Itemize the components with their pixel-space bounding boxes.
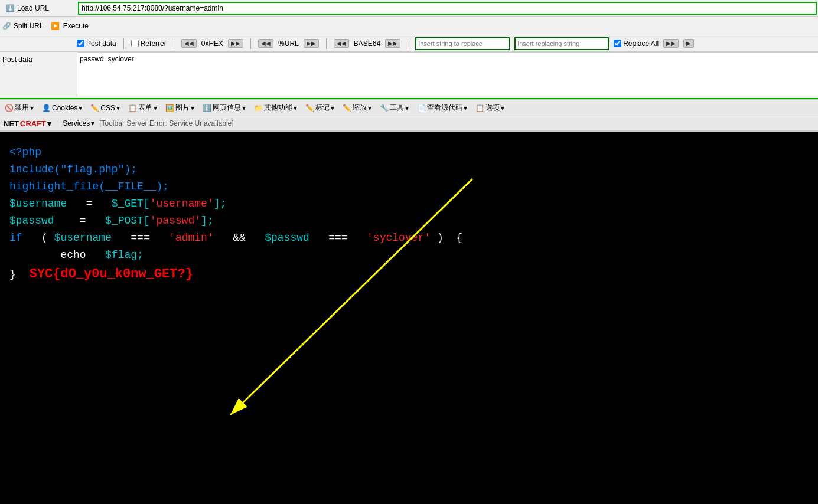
post-data-row: Post data passwd=syclover	[0, 52, 818, 99]
post-data-label-text: Post data	[0, 52, 77, 67]
code-line-1: <?php	[9, 145, 809, 161]
source-label: 查看源代码	[427, 103, 462, 113]
form-icon: 📋	[128, 104, 137, 112]
code-if: if	[9, 232, 22, 244]
divider-5	[408, 38, 408, 49]
source-arrow: ▾	[464, 104, 467, 112]
cn-options-btn[interactable]: 📋 选项 ▾	[473, 102, 507, 114]
replace-all-label: Replace All	[623, 40, 659, 48]
referrer-checkbox[interactable]	[131, 40, 139, 47]
execute-icon: ▶️	[51, 22, 60, 30]
ban-icon: 🚫	[5, 104, 14, 112]
code-span-var2: $passwd	[9, 215, 54, 227]
cn-ban-btn[interactable]: 🚫 禁用 ▾	[2, 102, 36, 114]
post-data-option[interactable]: Post data	[77, 40, 116, 48]
tools-label: 工具	[390, 103, 404, 113]
url-encode-left-arrow[interactable]: ◀◀	[258, 39, 273, 48]
hex-right-arrow[interactable]: ▶▶	[228, 39, 243, 48]
cn-form-btn[interactable]: 📋 表单 ▾	[126, 102, 159, 114]
referrer-option[interactable]: Referrer	[131, 40, 167, 48]
code-span-key2: 'passwd'	[150, 215, 201, 227]
code-line-7: echo $flag;	[9, 247, 809, 263]
toolbar-error: [Toolbar Server Error: Service Unavailab…	[99, 119, 233, 127]
cn-css-btn[interactable]: ✏️ CSS ▾	[88, 103, 122, 113]
services-button[interactable]: Services ▾	[63, 119, 94, 127]
info-arrow: ▾	[242, 104, 246, 112]
cookies-label: Cookies	[52, 104, 77, 112]
code-syclover: 'syclover'	[367, 232, 431, 244]
url-row: ⬇️ Load URL	[0, 0, 818, 17]
replace-all-option[interactable]: Replace All	[614, 40, 659, 48]
load-url-label: Load URL	[17, 4, 49, 12]
netcraft-craft: CRAFT	[20, 119, 46, 128]
image-arrow: ▾	[191, 104, 194, 112]
url-input-container	[77, 2, 818, 15]
replace-string-input[interactable]	[415, 37, 510, 50]
hex-left-arrow[interactable]: ◀◀	[181, 39, 197, 48]
code-line-3: highlight_file(__FILE__);	[9, 179, 809, 195]
options-label: 选项	[485, 103, 500, 113]
code-close-brace: }	[9, 269, 16, 280]
post-data-option-label: Post data	[86, 40, 116, 48]
code-line-6: if ( $username === 'admin' && $passwd ==…	[9, 230, 809, 246]
post-data-checkbox[interactable]	[77, 40, 84, 47]
cn-image-btn[interactable]: 🖼️ 图片 ▾	[163, 102, 197, 114]
load-url-button[interactable]: ⬇️ Load URL	[2, 3, 53, 14]
base64-left-arrow[interactable]: ◀◀	[334, 39, 349, 48]
info-label: 网页信息	[213, 103, 241, 113]
code-line-5: $passwd = $_POST['passwd'];	[9, 213, 809, 229]
replace-far-right-arrow[interactable]: ▶	[683, 39, 694, 48]
code-span-key1: 'username'	[150, 198, 214, 210]
cn-info-btn[interactable]: ℹ️ 网页信息 ▾	[200, 102, 248, 114]
netcraft-logo: NETCRAFT ▾	[4, 119, 51, 128]
form-arrow: ▾	[154, 104, 157, 112]
base64-right-arrow[interactable]: ▶▶	[385, 39, 400, 48]
cn-zoom-btn[interactable]: ✏️ 缩放 ▾	[340, 102, 374, 114]
code-line-2: include("flag.php");	[9, 162, 809, 178]
netcraft-net: NET	[4, 119, 19, 128]
code-area: <?php include("flag.php"); highlight_fil…	[0, 132, 818, 468]
cn-tools-btn[interactable]: 🔧 工具 ▾	[377, 102, 411, 114]
mark-arrow: ▾	[331, 104, 334, 112]
split-url-row: 🔗 Split URL ▶️ Execute	[0, 17, 818, 35]
cn-other-btn[interactable]: 📁 其他功能 ▾	[252, 102, 299, 114]
replace-all-checkbox[interactable]	[614, 40, 621, 47]
url-encode-label: %URL	[278, 40, 299, 48]
split-url-label[interactable]: Split URL	[14, 22, 44, 30]
netcraft-divider: |	[56, 119, 58, 127]
netcraft-dropdown[interactable]: ▾	[47, 119, 51, 128]
info-icon: ℹ️	[203, 104, 211, 112]
tools-icon: 🔧	[380, 104, 389, 112]
code-span-bracket1: ];	[214, 198, 227, 210]
code-brace: ) {	[437, 232, 462, 244]
cookies-arrow: ▾	[79, 104, 82, 112]
code-and: &&	[220, 232, 259, 244]
cn-mark-btn[interactable]: ✏️ 标记 ▾	[303, 102, 337, 114]
cn-cookies-btn[interactable]: 👤 Cookies ▾	[40, 103, 84, 113]
toolbar-area: ⬇️ Load URL 🔗 Split URL ▶️ Execute Post …	[0, 0, 818, 100]
base64-label: BASE64	[354, 40, 380, 48]
code-flag-var: $flag;	[105, 249, 144, 261]
load-icon: ⬇️	[6, 4, 15, 12]
netcraft-toolbar: NETCRAFT ▾ | Services ▾ [Toolbar Server …	[0, 116, 818, 132]
code-span: <?php	[9, 146, 41, 158]
cn-source-btn[interactable]: 📄 查看源代码 ▾	[415, 102, 470, 114]
replacing-string-input[interactable]	[514, 37, 609, 50]
post-data-textarea[interactable]: passwd=syclover	[77, 52, 818, 96]
execute-label[interactable]: Execute	[63, 22, 89, 30]
replace-right-arrow[interactable]: ▶▶	[663, 39, 679, 48]
source-icon: 📄	[417, 104, 426, 112]
code-span-var1: $username	[9, 198, 67, 210]
split-icon: 🔗	[2, 22, 11, 30]
divider-4	[326, 38, 327, 49]
css-arrow: ▾	[116, 104, 120, 112]
url-input[interactable]	[78, 2, 817, 15]
zoom-icon: ✏️	[343, 104, 351, 112]
url-encode-right-arrow[interactable]: ▶▶	[304, 39, 319, 48]
code-span: highlight_file(__FILE__);	[9, 181, 169, 192]
divider-3	[250, 38, 251, 49]
services-arrow: ▾	[91, 119, 94, 127]
other-label: 其他功能	[264, 103, 292, 113]
split-url-left: 🔗 Split URL ▶️ Execute	[0, 22, 89, 30]
code-uname: $username	[54, 232, 112, 244]
